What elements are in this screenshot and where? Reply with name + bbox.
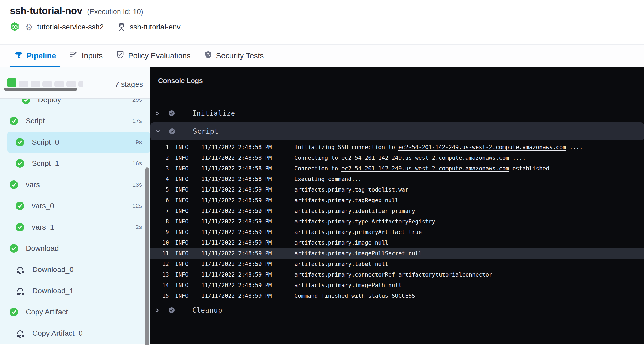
- log-line-number: 8: [150, 218, 169, 225]
- service-name[interactable]: tutorial-service-ssh2: [37, 23, 104, 31]
- main-content: 7 stages Deploy29sScript17sScript_09sScr…: [0, 67, 644, 344]
- log-timestamp: 11/11/2022 2:48:58 PM: [201, 176, 272, 182]
- stage-duration: 2s: [136, 224, 142, 231]
- stage-progress-minimap[interactable]: [7, 78, 83, 87]
- log-text: ....: [509, 155, 526, 161]
- log-message: artifacts.primary.label null: [294, 261, 388, 267]
- console-logs-title: Console Logs: [158, 77, 203, 85]
- rollback-icon: [16, 286, 25, 295]
- log-section-cleanup[interactable]: Cleanup: [150, 305, 644, 316]
- shield-check-icon: [116, 51, 124, 61]
- execution-id-label: (Execution Id: 10): [87, 8, 143, 16]
- log-timestamp: 11/11/2022 2:48:59 PM: [201, 187, 272, 193]
- stage-row-vars-0[interactable]: vars_012s: [7, 195, 150, 217]
- title-row: ssh-tutorial-nov (Execution Id: 10): [10, 5, 644, 16]
- section-label: Cleanup: [192, 306, 222, 314]
- status-check-icon: [169, 128, 175, 134]
- log-level: INFO: [175, 218, 188, 225]
- log-section-script[interactable]: Script: [150, 122, 644, 140]
- log-row-3: 3INFO11/11/2022 2:48:58 PMConnection to …: [150, 163, 644, 174]
- stage-row-script-0[interactable]: Script_09s: [7, 132, 150, 153]
- stage-row-copy-artifact[interactable]: Copy Artifact: [7, 301, 150, 323]
- log-level: INFO: [175, 293, 188, 299]
- log-line-number: 10: [150, 240, 169, 246]
- stage-duration: 13s: [132, 181, 142, 188]
- log-text: Command finished with status SUCCESS: [294, 293, 415, 299]
- execution-tabbar: PipelineInputsPolicy EvaluationsSecurity…: [0, 45, 644, 67]
- stage-row-copy-artifact-0[interactable]: Copy Artifact_0: [7, 323, 150, 344]
- progress-square-4[interactable]: [42, 81, 52, 87]
- progress-square-5[interactable]: [54, 81, 64, 87]
- progress-square-6[interactable]: [66, 81, 76, 87]
- stage-row-vars-1[interactable]: vars_12s: [7, 217, 150, 238]
- stage-label: Download: [26, 244, 59, 253]
- log-message: Executing command...: [294, 176, 362, 182]
- log-text: ....: [566, 144, 583, 150]
- log-message: Initializing SSH connection to ec2-54-20…: [294, 144, 583, 150]
- stage-row-download[interactable]: Download: [7, 238, 150, 259]
- console-header-divider: [150, 95, 644, 95]
- stage-row-script-1[interactable]: Script_116s: [7, 153, 150, 174]
- stage-label: vars: [26, 180, 40, 189]
- log-timestamp: 11/11/2022 2:48:58 PM: [201, 144, 272, 150]
- log-text: artifacts.primary.imagePath null: [294, 282, 402, 288]
- horizontal-scrollbar[interactable]: [4, 88, 77, 91]
- progress-square-3[interactable]: [31, 81, 40, 87]
- status-check-icon: [169, 110, 175, 116]
- section-label: Script: [193, 127, 219, 135]
- stages-sidebar: 7 stages Deploy29sScript17sScript_09sScr…: [0, 67, 150, 344]
- environment-name[interactable]: ssh-tutorial-env: [130, 23, 180, 31]
- tab-policy-evaluations[interactable]: Policy Evaluations: [116, 45, 190, 67]
- stage-row-download-0[interactable]: Download_0: [7, 259, 150, 280]
- stage-step-list: Deploy29sScript17sScript_09sScript_116sv…: [0, 99, 150, 344]
- pipeline-icon: [15, 51, 23, 61]
- log-message: artifacts.primary.imagePullSecret null: [294, 250, 422, 257]
- tab-security-tests[interactable]: Security Tests: [204, 45, 264, 67]
- log-section-initialize[interactable]: Initialize: [150, 108, 644, 119]
- stage-row-download-1[interactable]: Download_1: [7, 280, 150, 301]
- stage-row-script[interactable]: Script17s: [7, 110, 150, 132]
- stage-duration: 12s: [132, 202, 142, 209]
- tab-pipeline[interactable]: Pipeline: [15, 45, 56, 67]
- log-level: INFO: [175, 197, 188, 204]
- progress-square-2[interactable]: [19, 81, 28, 87]
- log-line-number: 3: [150, 165, 169, 172]
- log-row-12: 12INFO11/11/2022 2:48:59 PMartifacts.pri…: [150, 259, 644, 269]
- log-message: Command finished with status SUCCESS: [294, 293, 415, 299]
- log-text: artifacts.primary.tag todolist.war: [294, 187, 408, 193]
- cd-module-icon: [10, 22, 19, 32]
- log-level: INFO: [175, 176, 188, 182]
- log-timestamp: 11/11/2022 2:48:59 PM: [201, 218, 272, 225]
- stage-label: Script_0: [32, 138, 59, 146]
- host-link[interactable]: ec2-54-201-142-249.us-west-2.compute.ama…: [398, 144, 566, 150]
- chevron-down-icon: [156, 129, 160, 134]
- log-line-number: 7: [150, 208, 169, 214]
- progress-square-1[interactable]: [7, 78, 16, 87]
- log-text: artifacts.primary.image null: [294, 240, 388, 246]
- log-timestamp: 11/11/2022 2:48:58 PM: [201, 155, 272, 161]
- stage-row-deploy[interactable]: Deploy29s: [7, 99, 150, 110]
- log-line-number: 9: [150, 229, 169, 235]
- rollback-icon: [16, 329, 25, 338]
- stage-label: Script: [26, 117, 45, 125]
- log-message: artifacts.primary.type ArtifactoryRegist…: [294, 218, 435, 225]
- stage-row-vars[interactable]: vars13s: [7, 174, 150, 195]
- stages-count-label: 7 stages: [115, 80, 143, 89]
- tab-inputs[interactable]: Inputs: [69, 45, 103, 67]
- log-line-number: 1: [150, 144, 169, 150]
- log-level: INFO: [175, 282, 188, 288]
- progress-square-7[interactable]: [78, 81, 83, 87]
- log-text: artifacts.primary.label null: [294, 261, 388, 267]
- log-message: artifacts.primary.tagRegex null: [294, 197, 398, 204]
- sidebar-vertical-scrollbar[interactable]: [145, 167, 149, 345]
- host-link[interactable]: ec2-54-201-142-249.us-west-2.compute.ama…: [341, 155, 509, 161]
- host-link[interactable]: ec2-54-201-142-249.us-west-2.compute.ama…: [341, 165, 509, 172]
- shield-search-icon: [204, 51, 212, 61]
- tab-label: Pipeline: [27, 51, 56, 60]
- stage-label: Deploy: [38, 99, 61, 104]
- log-message: artifacts.primary.image null: [294, 240, 388, 246]
- log-row-9: 9INFO11/11/2022 2:48:59 PMartifacts.prim…: [150, 227, 644, 238]
- log-row-14: 14INFO11/11/2022 2:48:59 PMartifacts.pri…: [150, 280, 644, 291]
- log-text: artifacts.primary.imagePullSecret null: [294, 250, 422, 257]
- success-check-icon: [10, 180, 18, 189]
